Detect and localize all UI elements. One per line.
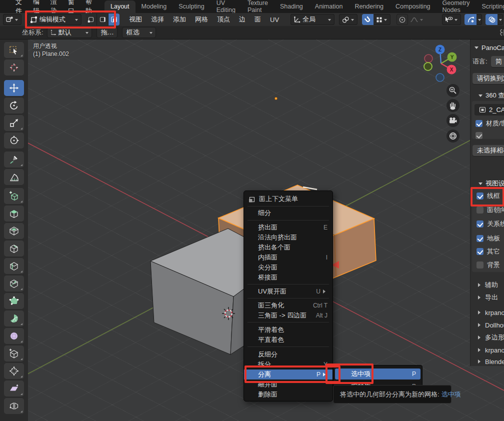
show-overlays-dropdown[interactable] bbox=[486, 14, 503, 25]
tab-modeling[interactable]: Modeling bbox=[136, 0, 173, 13]
tool-rip-region[interactable] bbox=[4, 398, 24, 414]
tool-poly-build[interactable] bbox=[4, 293, 24, 309]
tab-shading[interactable]: Shading bbox=[274, 0, 309, 13]
editor-type-selector[interactable] bbox=[3, 14, 22, 25]
menu-item-tris-to-quads[interactable]: 三角面 -> 四边面Alt J bbox=[244, 310, 332, 320]
menu-face[interactable]: 面 bbox=[250, 15, 266, 24]
gizmo-toggle-button[interactable] bbox=[464, 14, 476, 25]
toggle-other[interactable]: 其它 bbox=[476, 246, 500, 257]
sub-checkbox-row[interactable] bbox=[476, 130, 486, 141]
show-gizmo-dropdown[interactable] bbox=[464, 14, 482, 25]
menu-vertex[interactable]: 顶点 bbox=[212, 15, 234, 24]
pan-hand-button[interactable] bbox=[446, 99, 460, 112]
tool-measure[interactable] bbox=[4, 169, 24, 185]
other-checkbox[interactable] bbox=[476, 248, 484, 255]
sub-checkbox[interactable] bbox=[476, 132, 482, 139]
drag-dropdown[interactable]: 拖… bbox=[96, 27, 118, 38]
tool-bevel[interactable] bbox=[4, 240, 24, 256]
floor-checkbox[interactable] bbox=[476, 235, 484, 242]
vertex-select-button[interactable] bbox=[86, 14, 97, 26]
face-orientation-checkbox[interactable] bbox=[476, 206, 484, 214]
menu-item-triangulate[interactable]: 面三角化Ctrl T bbox=[244, 300, 332, 310]
collapsed-dollhouse[interactable]: Dollhou bbox=[474, 320, 504, 330]
coord-system-dropdown[interactable]: 默认 bbox=[47, 27, 92, 38]
menu-item-extrude-individual[interactable]: 挤出各个面 bbox=[244, 242, 332, 252]
tool-move[interactable] bbox=[4, 80, 24, 96]
menu-item-shade-smooth[interactable]: 平滑着色 bbox=[244, 325, 332, 335]
tab-rendering[interactable]: Rendering bbox=[348, 0, 390, 13]
tool-transform[interactable] bbox=[4, 132, 24, 148]
collapsed-polygon[interactable]: 多边形 bbox=[474, 332, 504, 343]
edge-select-button[interactable] bbox=[97, 14, 108, 26]
material-world-row[interactable]: 材质/世界 bbox=[476, 118, 504, 129]
snap-with-dropdown[interactable] bbox=[374, 14, 390, 25]
tool-add-cube[interactable] bbox=[4, 188, 24, 204]
collapsed-krpano-2[interactable]: krpano bbox=[474, 344, 504, 356]
show-selectability-dropdown[interactable] bbox=[442, 14, 461, 25]
tab-compositing[interactable]: Compositing bbox=[390, 0, 436, 13]
menu-uv[interactable]: UV bbox=[266, 16, 284, 24]
tool-annotate[interactable] bbox=[4, 152, 24, 168]
tool-scale[interactable] bbox=[4, 115, 24, 131]
tool-cursor[interactable] bbox=[4, 60, 24, 76]
toggle-floor[interactable]: 地板 bbox=[476, 233, 500, 244]
gizmo-neg-y-axis[interactable] bbox=[424, 62, 432, 70]
mode-dropdown[interactable]: 编辑模式 bbox=[28, 14, 82, 25]
tab-scripting[interactable]: Scripting bbox=[476, 0, 504, 13]
select-mode-dropdown[interactable]: 框选 bbox=[122, 27, 156, 38]
collapsed-blender[interactable]: Blende bbox=[474, 356, 504, 366]
menu-item-unsubdivide[interactable]: 反细分 bbox=[244, 350, 332, 360]
menu-item-subdivide[interactable]: 细分 bbox=[244, 208, 332, 218]
switch-notice-button[interactable]: 请切换到对 bbox=[472, 73, 504, 84]
menu-item-inset-faces[interactable]: 内插面I bbox=[244, 252, 332, 262]
overlays-toggle-button[interactable] bbox=[486, 14, 498, 25]
tool-shear[interactable] bbox=[4, 380, 24, 396]
toggle-wireframe[interactable]: 线框 bbox=[476, 190, 500, 202]
menu-item-poke-faces[interactable]: 尖分面 bbox=[244, 262, 332, 272]
section-view-header[interactable]: 视图设 bbox=[476, 178, 504, 189]
tool-rotate[interactable] bbox=[4, 98, 24, 114]
gizmo-neg-x-axis[interactable] bbox=[424, 54, 432, 62]
no-camera-button[interactable]: 未选择相机 bbox=[472, 145, 504, 156]
pivot-point-dropdown[interactable] bbox=[339, 14, 358, 25]
falloff-dropdown[interactable] bbox=[408, 14, 426, 25]
menu-mesh[interactable]: 网格 bbox=[190, 15, 212, 24]
transform-orientation-dropdown[interactable]: 全局 bbox=[290, 14, 334, 25]
menu-item-extrude-along-normals[interactable]: 沿法向挤出面 bbox=[244, 232, 332, 242]
menu-edge[interactable]: 边 bbox=[234, 15, 250, 24]
wireframe-checkbox[interactable] bbox=[476, 192, 484, 200]
collapsed-assist[interactable]: 辅助 bbox=[474, 280, 498, 290]
menu-item-dissolve-faces[interactable]: 融并面 bbox=[244, 380, 332, 390]
camera-selector[interactable]: 2_CAM bbox=[474, 104, 504, 115]
toggle-face-orientation[interactable]: 面朝向 bbox=[476, 204, 504, 216]
tool-edge-slide[interactable] bbox=[4, 346, 24, 362]
collapsed-krpano-1[interactable]: krpano bbox=[474, 307, 504, 318]
menu-item-extrude-faces[interactable]: 挤出面E bbox=[244, 222, 332, 232]
tool-extrude-region[interactable] bbox=[4, 206, 24, 222]
tab-sculpting[interactable]: Sculpting bbox=[172, 0, 210, 13]
snap-toggle-button[interactable] bbox=[362, 14, 374, 25]
collapsed-export[interactable]: 导出 bbox=[474, 292, 498, 303]
menu-item-delete-faces[interactable]: 删除面 bbox=[244, 390, 332, 400]
ortho-grid-button[interactable] bbox=[446, 130, 460, 142]
menu-item-shade-flat[interactable]: 平直着色 bbox=[244, 335, 332, 345]
gizmo-neg-z-axis[interactable] bbox=[436, 74, 444, 82]
navigation-gizmo[interactable]: Z Y X bbox=[424, 45, 457, 82]
menu-view[interactable]: 视图 bbox=[124, 15, 146, 24]
tool-tweak-select[interactable] bbox=[4, 42, 24, 58]
submenu-item-selection[interactable]: 选中项P bbox=[335, 368, 420, 380]
tab-layout[interactable]: Layout bbox=[104, 0, 136, 13]
toggle-background[interactable]: 背景 bbox=[476, 260, 500, 270]
menu-item-uv-unwrap[interactable]: UV展开面 U bbox=[244, 286, 332, 296]
zoom-button[interactable] bbox=[446, 84, 460, 97]
tool-shrink-fatten[interactable] bbox=[4, 363, 24, 379]
panel-header-panocam[interactable]: PanoCam bbox=[472, 42, 504, 53]
menu-select[interactable]: 选择 bbox=[146, 15, 168, 24]
menu-item-separate[interactable]: 分离 P bbox=[244, 370, 332, 380]
menu-item-bridge-faces[interactable]: 桥接面 bbox=[244, 272, 332, 282]
tool-loop-cut[interactable] bbox=[4, 258, 24, 274]
proportional-edit-toggle[interactable] bbox=[396, 14, 408, 25]
face-select-button[interactable] bbox=[108, 14, 120, 26]
tool-spin[interactable] bbox=[4, 310, 24, 326]
menu-add[interactable]: 添加 bbox=[168, 15, 190, 24]
